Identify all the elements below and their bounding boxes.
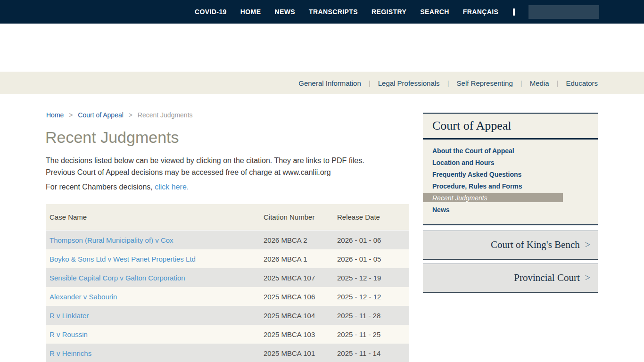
chevron-right-icon: > [585, 272, 590, 283]
sidebar-title: Court of Appeal [423, 114, 598, 140]
release-date-cell: 2025 - 11 - 14 [337, 349, 409, 357]
table-header-row: Case Name Citation Number Release Date [46, 204, 409, 230]
secnav-separator: | [447, 79, 449, 87]
table-row: R v Roussin 2025 MBCA 103 2025 - 11 - 25 [46, 325, 409, 344]
intro-line-1: The decisions listed below can be viewed… [46, 155, 404, 166]
topnav-item-registry[interactable]: REGISTRY [372, 8, 406, 16]
sidebar-item-location[interactable]: Location and Hours [423, 156, 598, 168]
judgments-table: Case Name Citation Number Release Date T… [46, 204, 409, 362]
column-header-case-name: Case Name [46, 213, 264, 221]
sidebar-item-about[interactable]: About the Court of Appeal [423, 145, 598, 156]
case-link[interactable]: Thompson (Rural Municipality of) v Cox [50, 236, 173, 244]
topnav-item-francais[interactable]: FRANÇAIS [463, 8, 499, 16]
page-title: Recent Judgments [45, 128, 179, 147]
citation-cell: 2025 MBCA 103 [264, 330, 337, 338]
table-row: R v Heinrichs 2025 MBCA 101 2025 - 11 - … [46, 344, 409, 362]
chambers-click-here-link[interactable]: click here. [155, 183, 189, 191]
release-date-cell: 2026 - 01 - 06 [337, 236, 409, 244]
release-date-cell: 2025 - 12 - 12 [337, 293, 409, 301]
secnav-item-general-information[interactable]: General Information [298, 79, 361, 87]
breadcrumb-court-of-appeal[interactable]: Court of Appeal [78, 111, 124, 119]
table-row: Boyko & Sons Ltd v West Panet Properties… [46, 249, 409, 268]
intro-line-2: Previous Court of Appeal decisions may b… [46, 166, 404, 178]
top-navigation-bar: COVID-19 HOME NEWS TRANSCRIPTS REGISTRY … [0, 0, 644, 24]
provincial-court-link[interactable]: Provincial Court > [423, 263, 598, 293]
breadcrumb: Home > Court of Appeal > Recent Judgment… [46, 111, 193, 119]
case-link[interactable]: Alexander v Sabourin [50, 293, 117, 301]
sidebar-item-faq[interactable]: Frequently Asked Questions [423, 168, 598, 180]
breadcrumb-current: Recent Judgments [138, 111, 193, 119]
case-link[interactable]: R v Heinrichs [50, 349, 91, 357]
sidebar-item-news[interactable]: News [423, 204, 598, 215]
breadcrumb-home[interactable]: Home [46, 111, 64, 119]
court-box-label: Court of King's Bench [491, 239, 580, 251]
logo-band: www.manitobacourts.mb.ca [0, 24, 644, 72]
nav-search-input[interactable] [528, 5, 599, 19]
secnav-separator: | [557, 79, 559, 87]
column-header-release-date: Release Date [337, 213, 409, 221]
citation-cell: 2026 MBCA 1 [264, 255, 337, 263]
secnav-item-legal-professionals[interactable]: Legal Professionals [378, 79, 440, 87]
topnav-item-covid19[interactable]: COVID-19 [195, 8, 227, 16]
intro-paragraph: The decisions listed below can be viewed… [46, 155, 404, 178]
citation-cell: 2025 MBCA 104 [264, 312, 337, 320]
sidebar-item-recent-judgments[interactable]: Recent Judgments [423, 193, 563, 202]
sidebar-item-procedure[interactable]: Procedure, Rules and Forms [423, 180, 598, 192]
column-header-citation-number: Citation Number [264, 213, 337, 221]
topnav-item-transcripts[interactable]: TRANSCRIPTS [309, 8, 358, 16]
citation-cell: 2026 MBCA 2 [264, 236, 337, 244]
case-link[interactable]: Sensible Capital Corp v Galton Corporati… [50, 274, 185, 282]
topnav-item-home[interactable]: HOME [240, 8, 261, 16]
secnav-separator: | [369, 79, 371, 87]
chambers-text: For recent Chambers decisions, [46, 183, 155, 191]
citation-cell: 2025 MBCA 101 [264, 349, 337, 357]
chambers-line: For recent Chambers decisions, click her… [46, 183, 189, 191]
breadcrumb-separator: > [129, 111, 132, 119]
court-of-kings-bench-link[interactable]: Court of King's Bench > [423, 230, 598, 260]
search-glyph-icon[interactable] [513, 8, 515, 16]
court-box-label: Provincial Court [514, 272, 579, 284]
release-date-cell: 2026 - 01 - 05 [337, 255, 409, 263]
secondary-nav-band: General Information | Legal Professional… [0, 72, 644, 94]
secnav-item-self-representing[interactable]: Self Representing [457, 79, 513, 87]
table-row: Alexander v Sabourin 2025 MBCA 106 2025 … [46, 287, 409, 306]
topnav-item-search[interactable]: SEARCH [420, 8, 449, 16]
secnav-item-media[interactable]: Media [530, 79, 549, 87]
table-row: Sensible Capital Corp v Galton Corporati… [46, 268, 409, 287]
table-row: R v Linklater 2025 MBCA 104 2025 - 11 - … [46, 306, 409, 325]
breadcrumb-separator: > [69, 111, 73, 119]
case-link[interactable]: R v Roussin [50, 330, 88, 338]
case-link[interactable]: Boyko & Sons Ltd v West Panet Properties… [50, 255, 196, 263]
topnav-item-news[interactable]: NEWS [274, 8, 295, 16]
table-row: Thompson (Rural Municipality of) v Cox 2… [46, 230, 409, 249]
release-date-cell: 2025 - 12 - 19 [337, 274, 409, 282]
citation-cell: 2025 MBCA 106 [264, 293, 337, 301]
secnav-item-educators[interactable]: Educators [566, 79, 598, 87]
chevron-right-icon: > [585, 239, 590, 250]
secnav-separator: | [520, 79, 522, 87]
case-link[interactable]: R v Linklater [50, 312, 89, 320]
citation-cell: 2025 MBCA 107 [264, 274, 337, 282]
court-of-appeal-sidebar: Court of Appeal About the Court of Appea… [423, 113, 598, 225]
release-date-cell: 2025 - 11 - 25 [337, 330, 409, 338]
release-date-cell: 2025 - 11 - 28 [337, 312, 409, 320]
